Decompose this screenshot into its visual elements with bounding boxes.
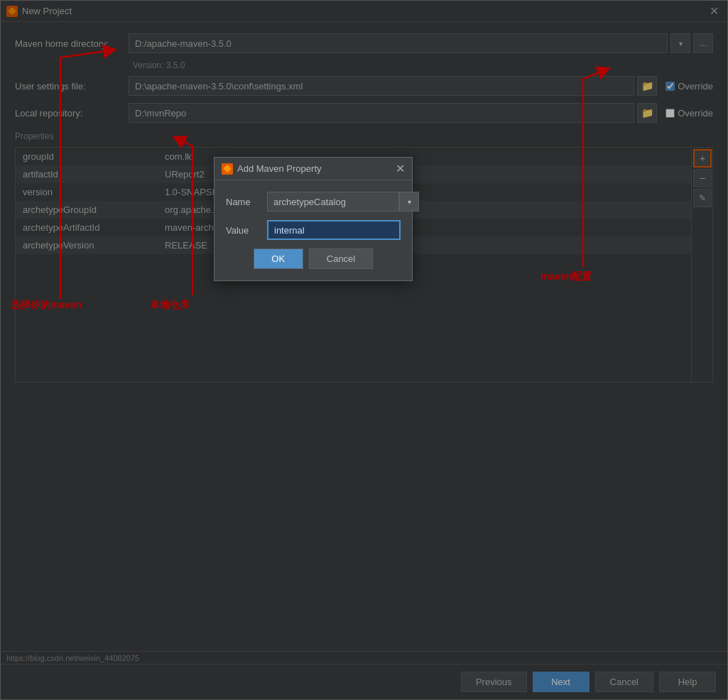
modal-value-label: Value xyxy=(226,225,261,236)
modal-value-input[interactable] xyxy=(267,220,401,240)
modal-name-dropdown-button[interactable]: ▾ xyxy=(399,192,419,212)
add-maven-property-modal: 🔶 Add Maven Property ✕ Name ▾ Value xyxy=(214,157,413,281)
modal-name-label: Name xyxy=(226,197,261,207)
modal-name-input[interactable] xyxy=(267,192,399,212)
modal-title-left: 🔶 Add Maven Property xyxy=(222,163,322,175)
modal-ok-button[interactable]: OK xyxy=(254,248,303,269)
modal-buttons: OK Cancel xyxy=(226,248,401,269)
modal-close-button[interactable]: ✕ xyxy=(396,162,405,175)
modal-body: Name ▾ Value OK Cancel xyxy=(214,180,412,280)
modal-title: Add Maven Property xyxy=(237,163,322,174)
modal-name-row: Name ▾ xyxy=(226,192,401,212)
main-window: 🔶 New Project ✕ Maven home directory: ▾ … xyxy=(0,0,728,700)
modal-name-input-group: ▾ xyxy=(267,192,419,212)
modal-title-bar: 🔶 Add Maven Property ✕ xyxy=(214,158,412,180)
modal-overlay: 🔶 Add Maven Property ✕ Name ▾ Value xyxy=(1,1,727,699)
modal-cancel-button[interactable]: Cancel xyxy=(309,248,373,269)
modal-value-row: Value xyxy=(226,220,401,240)
modal-app-icon: 🔶 xyxy=(222,163,233,175)
